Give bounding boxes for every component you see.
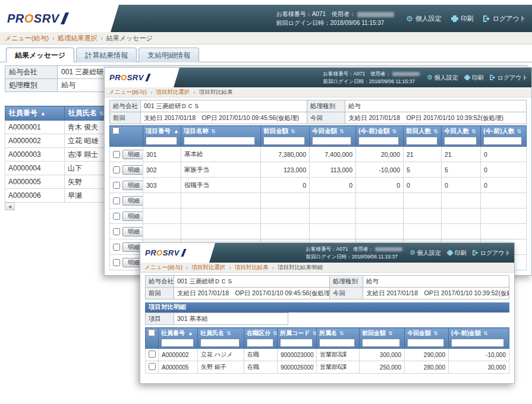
logout-button[interactable]: ログアウト bbox=[490, 74, 528, 82]
col-header-employee-id[interactable]: 社員番号▲ bbox=[159, 328, 198, 349]
row-checkbox[interactable] bbox=[113, 244, 120, 251]
filter-input[interactable] bbox=[319, 339, 355, 347]
col-header-item-name[interactable]: 項目名称⇅ bbox=[181, 126, 261, 147]
sort-asc-icon: ▲ bbox=[188, 330, 193, 336]
customer-info: お客様番号：A071 使用者： 前回ログイン日時：2018/09/06 11:1… bbox=[323, 68, 420, 87]
prosrv-logo[interactable]: PROSRV bbox=[0, 5, 111, 32]
cell-employee-name: 立花 ハジメ bbox=[198, 349, 244, 361]
col-header-department-code[interactable]: 所属コード⇅ bbox=[278, 328, 317, 349]
col-header-prev-amount[interactable]: 前回金額⇅ bbox=[261, 126, 310, 147]
filter-input[interactable] bbox=[247, 339, 273, 347]
detail-button[interactable]: 明細 bbox=[122, 196, 143, 206]
col-header-employment-status[interactable]: 在職区分⇅ bbox=[244, 328, 278, 349]
filter-input[interactable] bbox=[161, 339, 194, 347]
breadcrumb-item-compare-select[interactable]: 項目対比選択 bbox=[156, 89, 190, 96]
col-header-curr-count[interactable]: 今回人数⇅ bbox=[442, 126, 481, 147]
filter-input[interactable] bbox=[312, 137, 351, 145]
filter-input[interactable] bbox=[358, 137, 399, 145]
table-row[interactable]: A0000005 矢野 銀子 在職 9000026000 営業部6課 250,0… bbox=[146, 361, 509, 374]
process-type-label: 処理種別 bbox=[307, 100, 345, 112]
tab-calc-result-info[interactable]: 計算結果情報 bbox=[76, 48, 137, 62]
personal-settings-button[interactable]: ⚙個人設定 bbox=[406, 14, 442, 23]
col-header-prev-count[interactable]: 前回人数⇅ bbox=[404, 126, 442, 147]
row-checkbox[interactable] bbox=[149, 351, 156, 358]
filter-input[interactable] bbox=[263, 137, 305, 145]
filter-input[interactable] bbox=[406, 137, 437, 145]
header-actions: ⚙個人設定 印刷 ログアウト bbox=[402, 5, 532, 32]
table-row[interactable]: 明細 bbox=[110, 224, 527, 239]
row-checkbox[interactable] bbox=[149, 363, 156, 370]
filter-input[interactable] bbox=[280, 339, 313, 347]
select-all-checkbox[interactable] bbox=[148, 329, 155, 336]
col-header-curr-amount[interactable]: 今回金額⇅ bbox=[310, 126, 356, 147]
filter-input[interactable] bbox=[407, 339, 444, 347]
col-header-diff-amount[interactable]: (今-前)金額⇅ bbox=[449, 328, 509, 349]
printer-icon bbox=[464, 75, 470, 80]
breadcrumb-menu[interactable]: メニュー(給与) bbox=[5, 34, 49, 43]
detail-button[interactable]: 明細 bbox=[122, 165, 143, 175]
detail-button[interactable]: 明細 bbox=[122, 181, 143, 190]
filter-input[interactable] bbox=[451, 339, 504, 347]
filter-input[interactable] bbox=[444, 137, 477, 145]
row-checkbox[interactable] bbox=[113, 228, 120, 235]
filter-input[interactable] bbox=[362, 339, 400, 347]
row-checkbox[interactable] bbox=[113, 259, 120, 266]
cell-diff-amount: 20,000 bbox=[356, 147, 404, 162]
table-row[interactable]: 明細 bbox=[110, 193, 527, 209]
current-label: 今回 bbox=[307, 112, 345, 124]
row-checkbox[interactable] bbox=[113, 182, 120, 189]
current-value: 支給日 2017/01/18 OP日 2017/01/10 10:39:52(仮… bbox=[345, 112, 527, 124]
col-header-employee-name[interactable]: 社員氏名⇅ bbox=[198, 328, 244, 349]
sort-both-icon: ⇅ bbox=[312, 330, 316, 336]
breadcrumb-item-compare-result[interactable]: 項目対比結果 bbox=[235, 264, 269, 272]
breadcrumb-item-compare-select[interactable]: 項目対比選択 bbox=[191, 264, 225, 272]
select-all-checkbox[interactable] bbox=[112, 127, 119, 134]
print-button[interactable]: 印刷 bbox=[451, 14, 474, 23]
col-header-department-name[interactable]: 所属名⇅ bbox=[317, 328, 360, 349]
print-button[interactable]: 印刷 bbox=[447, 249, 467, 257]
table-row[interactable]: 明細 302 家族手当 123,000 113,000 -10,000 5 5 … bbox=[110, 162, 527, 178]
filter-input[interactable] bbox=[184, 137, 255, 145]
print-button[interactable]: 印刷 bbox=[464, 74, 484, 82]
sort-both-icon: ⇅ bbox=[273, 330, 278, 336]
logo-slash-mark bbox=[145, 74, 150, 81]
personal-settings-button[interactable]: ⚙個人設定 bbox=[427, 74, 458, 82]
tab-result-message[interactable]: 結果メッセージ bbox=[6, 48, 74, 62]
breadcrumb-menu[interactable]: メニュー(給与) bbox=[109, 89, 147, 96]
breadcrumb-menu[interactable]: メニュー(給与) bbox=[144, 264, 182, 272]
row-checkbox[interactable] bbox=[113, 197, 120, 204]
col-header-curr-amount[interactable]: 今回金額⇅ bbox=[405, 328, 449, 349]
cell-curr-amount: 0 bbox=[310, 178, 356, 193]
col-header-item-number[interactable]: 項目番号▲ bbox=[143, 126, 181, 147]
sort-both-icon: ⇅ bbox=[471, 128, 476, 134]
horizontal-scrollbar[interactable]: ◀ bbox=[5, 203, 15, 210]
row-checkbox[interactable] bbox=[113, 151, 120, 158]
col-header-employee-id[interactable]: 社員番号▲ bbox=[5, 106, 65, 121]
detail-button[interactable]: 明細 bbox=[122, 212, 143, 221]
filter-input[interactable] bbox=[146, 137, 177, 145]
row-checkbox[interactable] bbox=[113, 166, 120, 173]
row-checkbox[interactable] bbox=[113, 213, 120, 220]
table-row[interactable]: A0000002 立花 ハジメ 在職 9000023000 営業部3課 300,… bbox=[146, 349, 509, 361]
cell-diff-amount: 0 bbox=[356, 178, 404, 193]
prosrv-logo[interactable]: PROSRV bbox=[105, 68, 174, 87]
logout-button[interactable]: ログアウト bbox=[483, 14, 526, 23]
filter-input[interactable] bbox=[483, 137, 522, 145]
company-value: 001 三菱総研ＤＣＳ bbox=[141, 100, 307, 112]
col-header-diff-count[interactable]: (今-前)人数⇅ bbox=[481, 126, 527, 147]
logout-button[interactable]: ログアウト bbox=[473, 249, 511, 257]
table-row[interactable]: 明細 bbox=[110, 209, 527, 224]
personal-settings-button[interactable]: ⚙個人設定 bbox=[410, 249, 441, 257]
tab-strip: 結果メッセージ 計算結果情報 支給明細情報 bbox=[0, 45, 532, 62]
detail-button[interactable]: 明細 bbox=[122, 150, 143, 159]
breadcrumb-process-result-select[interactable]: 処理結果選択 bbox=[58, 34, 97, 43]
prosrv-logo[interactable]: PROSRV bbox=[140, 243, 209, 263]
col-header-prev-amount[interactable]: 前回金額⇅ bbox=[360, 328, 405, 349]
cell-prev-amount: 7,380,000 bbox=[261, 147, 310, 162]
filter-input[interactable] bbox=[200, 339, 240, 347]
table-row[interactable]: 明細 303 役職手当 0 0 0 0 0 0 bbox=[110, 178, 527, 193]
table-row[interactable]: 明細 301 基本給 7,380,000 7,400,000 20,000 21… bbox=[110, 147, 527, 162]
tab-payment-detail-info[interactable]: 支給明細情報 bbox=[138, 48, 199, 62]
col-header-diff-amount[interactable]: (今-前)金額⇅ bbox=[356, 126, 404, 147]
detail-button[interactable]: 明細 bbox=[122, 227, 143, 236]
